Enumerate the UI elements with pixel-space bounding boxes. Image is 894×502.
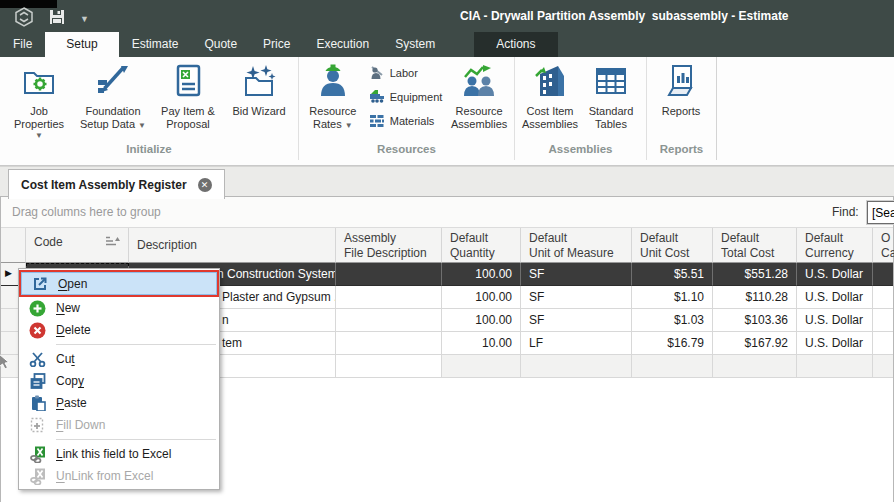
header-default-currency[interactable]: DefaultCurrency <box>797 228 873 263</box>
menu-item-delete[interactable]: Delete <box>19 319 219 341</box>
total-cost-cell[interactable]: $103.36 <box>713 309 797 332</box>
total-cost-cell[interactable]: $110.28 <box>713 286 797 309</box>
header-code[interactable]: Code <box>26 228 129 263</box>
unit-cost-cell[interactable] <box>632 355 713 378</box>
foundation-setup-data-button[interactable]: Foundation Setup Data ▼ <box>74 57 152 131</box>
resource-assemblies-button[interactable]: Resource Assemblies <box>448 57 510 131</box>
fill-down-icon <box>19 417 56 433</box>
uom-cell[interactable] <box>521 355 632 378</box>
assembly-file-cell[interactable] <box>336 263 442 286</box>
tab-file[interactable]: File <box>0 32 45 57</box>
bid-wizard-icon <box>241 64 277 98</box>
excel-unlink-icon <box>19 468 56 485</box>
uom-cell[interactable]: SF <box>521 286 632 309</box>
assembly-file-cell[interactable] <box>336 355 442 378</box>
tab-estimate[interactable]: Estimate <box>119 32 192 57</box>
tab-cost-item-assembly-register[interactable]: Cost Item Assembly Register ✕ <box>8 169 225 199</box>
currency-cell[interactable]: U.S. Dollar <box>797 309 873 332</box>
uom-cell[interactable]: LF <box>521 332 632 355</box>
menu-item-cut[interactable]: Cut <box>19 348 219 370</box>
find-label: Find: <box>832 205 859 219</box>
reports-button[interactable]: Reports <box>651 57 711 118</box>
menu-item-label: Fill Down <box>56 418 105 432</box>
unit-cost-cell[interactable]: $1.10 <box>632 286 713 309</box>
unit-cost-cell[interactable]: $1.03 <box>632 309 713 332</box>
assembly-file-cell[interactable] <box>336 286 442 309</box>
equipment-button[interactable]: Equipment <box>369 88 443 105</box>
quantity-cell[interactable]: 100.00 <box>442 286 521 309</box>
clipped-cell[interactable] <box>873 309 893 332</box>
unit-cost-cell[interactable]: $5.51 <box>632 263 713 286</box>
resource-rates-button[interactable]: Resource Rates ▼ <box>303 57 363 131</box>
header-default-unit-of-measure[interactable]: DefaultUnit of Measure <box>521 228 632 263</box>
header-default-total-cost[interactable]: DefaultTotal Cost <box>713 228 797 263</box>
currency-cell[interactable]: U.S. Dollar <box>797 332 873 355</box>
header-assembly-file-description[interactable]: AssemblyFile Description <box>336 228 442 263</box>
tab-actions[interactable]: Actions <box>474 32 557 57</box>
menu-item-new[interactable]: New <box>19 297 219 319</box>
materials-button[interactable]: Materials <box>369 112 443 129</box>
clipped-cell[interactable] <box>873 286 893 309</box>
job-properties-button[interactable]: Job Properties ▼ <box>4 57 74 140</box>
header-description[interactable]: Description <box>129 228 336 263</box>
labor-icon <box>369 64 385 82</box>
find-input[interactable] <box>867 201 894 224</box>
currency-cell[interactable]: U.S. Dollar <box>797 263 873 286</box>
menu-item-fill-down[interactable]: Fill Down <box>19 414 219 436</box>
qat-dropdown-caret-icon[interactable]: ▼ <box>80 14 89 24</box>
clipped-cell[interactable] <box>873 332 893 355</box>
assembly-file-cell[interactable] <box>336 332 442 355</box>
cost-item-assemblies-button[interactable]: Cost Item Assemblies <box>519 57 581 131</box>
total-cost-cell[interactable] <box>713 355 797 378</box>
total-cost-cell[interactable]: $167.92 <box>713 332 797 355</box>
bid-wizard-button[interactable]: Bid Wizard <box>224 57 294 118</box>
clipped-cell[interactable] <box>873 263 893 286</box>
tab-price[interactable]: Price <box>250 32 303 57</box>
save-icon[interactable] <box>49 9 65 29</box>
ribbon-group-reports: Reports Reports <box>647 57 717 160</box>
materials-icon <box>369 112 385 130</box>
labor-button[interactable]: Labor <box>369 64 443 81</box>
pay-item-proposal-button[interactable]: Pay Item & Proposal <box>152 57 224 131</box>
quick-access-toolbar: ▼ <box>14 7 89 31</box>
quantity-cell[interactable]: 100.00 <box>442 263 521 286</box>
header-default-quantity[interactable]: DefaultQuantity <box>442 228 521 263</box>
tab-close-icon[interactable]: ✕ <box>198 178 212 192</box>
group-label-reports: Reports <box>651 143 712 160</box>
header-clipped-column[interactable]: OCa <box>873 228 893 263</box>
quantity-cell[interactable]: 100.00 <box>442 309 521 332</box>
uom-cell[interactable]: SF <box>521 309 632 332</box>
excel-link-icon <box>19 446 56 463</box>
menu-item-label: Delete <box>56 323 91 337</box>
header-default-unit-cost[interactable]: DefaultUnit Cost <box>632 228 713 263</box>
menu-item-copy[interactable]: Copy <box>19 370 219 392</box>
group-by-bar[interactable]: Drag columns here to group Find: <box>1 197 893 228</box>
clipped-cell[interactable] <box>873 355 893 378</box>
group-label-initialize: Initialize <box>4 143 294 160</box>
total-cost-cell[interactable]: $551.28 <box>713 263 797 286</box>
tab-system[interactable]: System <box>382 32 448 57</box>
tab-setup[interactable]: Setup <box>45 32 118 57</box>
standard-tables-button[interactable]: Standard Tables <box>581 57 641 131</box>
assembly-file-cell[interactable] <box>336 309 442 332</box>
tab-quote[interactable]: Quote <box>191 32 250 57</box>
currency-cell[interactable] <box>797 355 873 378</box>
tab-execution[interactable]: Execution <box>303 32 382 57</box>
menu-item-paste[interactable]: Paste <box>19 392 219 414</box>
menu-item-label: Paste <box>56 396 87 410</box>
ribbon-tab-bar: File Setup Estimate Quote Price Executio… <box>0 32 894 57</box>
currency-cell[interactable]: U.S. Dollar <box>797 286 873 309</box>
group-label-resources: Resources <box>303 143 510 160</box>
menu-item-unlink-from-excel[interactable]: UnLink from Excel <box>19 465 219 487</box>
uom-cell[interactable]: SF <box>521 263 632 286</box>
standard-tables-icon <box>593 64 629 98</box>
dropdown-caret-icon: ▼ <box>138 121 146 130</box>
quantity-cell[interactable]: 10.00 <box>442 332 521 355</box>
foundation-setup-data-icon <box>95 64 131 98</box>
quantity-cell[interactable] <box>442 355 521 378</box>
menu-item-open[interactable]: Open <box>19 270 219 297</box>
menu-item-label: Copy <box>56 374 84 388</box>
menu-item-link-to-excel[interactable]: Link this field to Excel <box>19 443 219 465</box>
paste-icon <box>19 395 56 411</box>
unit-cost-cell[interactable]: $16.79 <box>632 332 713 355</box>
